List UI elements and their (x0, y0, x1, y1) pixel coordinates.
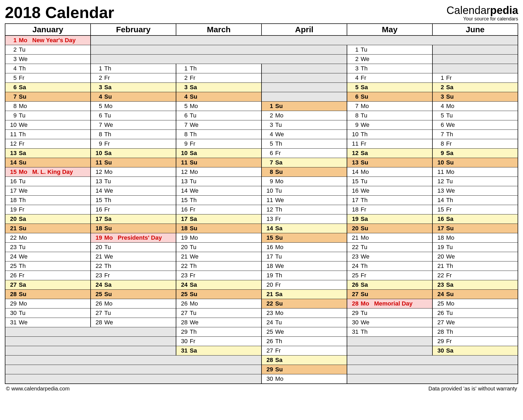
day-of-week: We (102, 120, 116, 130)
day-number: 25 (435, 299, 444, 308)
day-of-week: Fr (188, 271, 202, 280)
day-cell: 1Th (91, 64, 176, 73)
day-number: 19 (349, 214, 359, 224)
day-number: 27 (349, 290, 359, 299)
day-number: 9 (93, 139, 102, 148)
day-of-week: We (17, 120, 31, 130)
day-cell: 31We (5, 318, 91, 327)
day-number: 16 (349, 186, 359, 195)
day-cell: 26Mo (176, 299, 262, 308)
day-cell: 24Sa (91, 280, 176, 290)
day-of-week: Mo (273, 374, 287, 383)
day-cell: 26Mo (91, 299, 176, 308)
day-number: 31 (349, 327, 359, 336)
day-of-week: Mo (444, 299, 458, 308)
day-cell: 18Th (5, 196, 91, 205)
day-cell: 3We (5, 55, 91, 64)
day-number: 12 (349, 149, 359, 158)
day-number: 22 (178, 261, 188, 271)
day-cell: 3Sa (176, 83, 262, 92)
day-of-week: Tu (444, 308, 458, 318)
day-cell: 18Fr (347, 205, 432, 214)
empty-cell (347, 356, 518, 365)
day-number: 9 (178, 139, 188, 148)
day-number: 19 (8, 205, 17, 214)
day-cell: 5Fr (5, 73, 91, 83)
day-of-week: Tu (102, 177, 116, 186)
day-cell: 12Th (262, 205, 347, 214)
day-cell: 8Mo (5, 102, 91, 111)
day-number: 21 (178, 252, 188, 261)
day-number: 28 (349, 299, 359, 308)
day-number: 16 (264, 243, 273, 252)
month-header: March (176, 24, 262, 35)
day-number: 24 (264, 318, 273, 327)
day-of-week: Th (273, 139, 287, 148)
day-cell: 22Th (176, 261, 262, 271)
day-cell: 29Fr (432, 337, 518, 346)
day-of-week: Tu (359, 111, 372, 120)
day-cell: 21Sa (262, 290, 347, 299)
day-cell: 13Fr (262, 214, 347, 224)
day-cell: 28We (91, 318, 176, 327)
day-of-week: Mo (102, 102, 116, 111)
day-number: 11 (264, 196, 273, 205)
day-number: 29 (435, 337, 444, 346)
empty-cell (91, 45, 347, 55)
day-of-week: We (444, 120, 458, 130)
day-of-week: Su (444, 290, 458, 299)
day-number: 15 (349, 177, 359, 186)
day-cell: 3Su (432, 92, 518, 102)
day-number: 28 (93, 318, 102, 327)
empty-cell (262, 73, 347, 83)
day-of-week: Sa (188, 280, 202, 289)
day-of-week: Su (273, 102, 287, 111)
day-of-week: Th (17, 261, 31, 271)
day-of-week: Th (273, 271, 287, 280)
day-number: 7 (178, 120, 188, 130)
day-number: 2 (8, 45, 17, 54)
day-number: 7 (349, 102, 359, 111)
day-number: 21 (93, 252, 102, 261)
day-cell: 26Sa (347, 280, 432, 290)
day-number: 18 (93, 224, 102, 233)
day-of-week: Mo (359, 233, 372, 242)
day-of-week: Th (17, 196, 31, 205)
day-of-week: Mo (273, 177, 287, 186)
day-number: 18 (178, 224, 188, 233)
day-of-week: Tu (273, 186, 287, 195)
day-number: 1 (349, 45, 359, 54)
day-of-week: Fr (273, 214, 287, 224)
brand-block: Calendarpedia Your source for calendars (446, 5, 518, 22)
day-of-week: Su (17, 92, 31, 101)
day-of-week: We (17, 318, 31, 327)
day-number: 4 (93, 92, 102, 101)
day-of-week: Mo (17, 233, 31, 242)
day-number: 23 (435, 280, 444, 289)
day-number: 5 (264, 139, 273, 148)
day-number: 12 (93, 167, 102, 177)
day-number: 14 (435, 196, 444, 205)
day-cell: 5Tu (432, 111, 518, 120)
holiday-label: Memorial Day (372, 299, 431, 308)
day-of-week: Su (444, 158, 458, 167)
day-of-week: Su (102, 92, 116, 101)
day-number: 26 (435, 308, 444, 318)
day-of-week: We (188, 120, 202, 130)
month-header: February (91, 24, 176, 35)
day-cell: 27Fr (262, 346, 347, 356)
day-number: 8 (349, 111, 359, 120)
day-of-week: Tu (17, 243, 31, 252)
day-of-week: Tu (102, 243, 116, 252)
day-of-week: Fr (102, 73, 116, 82)
day-cell: 12Fr (5, 139, 91, 149)
day-cell: 15Fr (432, 205, 518, 214)
day-number: 8 (178, 130, 188, 139)
day-of-week: Sa (273, 224, 287, 233)
day-cell: 22Fr (432, 271, 518, 280)
page-title: 2018 Calendar (5, 3, 114, 22)
day-cell: 10Sa (176, 149, 262, 158)
day-number: 13 (8, 149, 17, 158)
day-number: 1 (8, 36, 17, 45)
day-of-week: We (273, 130, 287, 139)
